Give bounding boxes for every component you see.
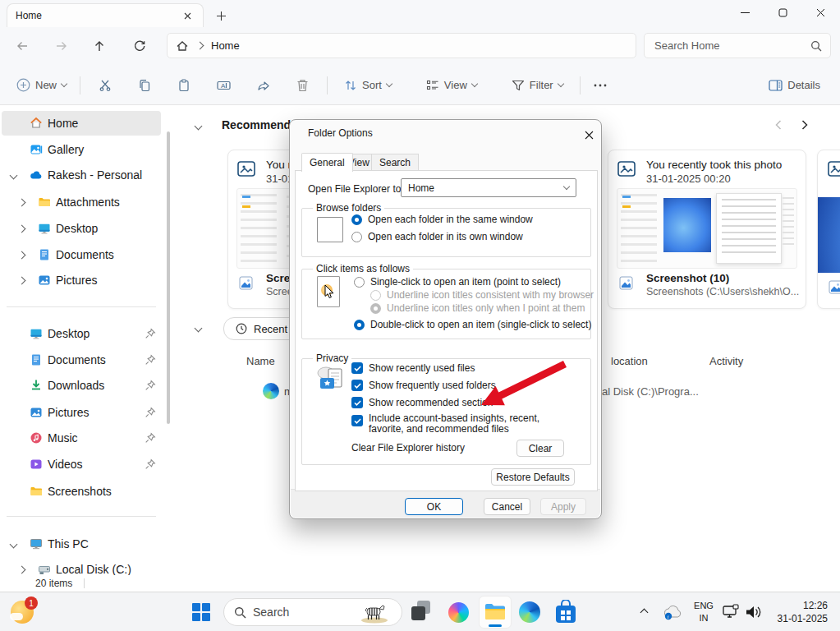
filter-button[interactable]: Filter <box>505 72 570 99</box>
cut-button[interactable] <box>92 72 118 99</box>
sidebar-item-music[interactable]: Music <box>0 426 164 450</box>
column-location[interactable]: location <box>611 355 648 367</box>
edge-button[interactable] <box>518 601 541 624</box>
close-button[interactable] <box>801 0 839 25</box>
chevron-right-icon[interactable] <box>18 277 26 285</box>
sidebar-item-pictures[interactable]: Pictures <box>0 400 164 425</box>
sort-button[interactable]: Sort <box>337 72 398 99</box>
sidebar-item-home[interactable]: Home <box>0 111 164 136</box>
photo-outline-icon <box>237 161 255 177</box>
sidebar-item-videos[interactable]: Videos <box>0 452 164 477</box>
chevron-right-icon[interactable] <box>18 251 26 260</box>
ok-button[interactable]: OK <box>405 498 463 515</box>
explorer-tab[interactable]: Home <box>7 3 204 27</box>
tab-general[interactable]: General <box>301 153 353 172</box>
sidebar-item-onedrive[interactable]: Rakesh - Personal <box>0 163 164 187</box>
carousel-next-icon[interactable] <box>800 119 810 131</box>
clock[interactable]: 12:26 31-01-2025 <box>767 599 828 625</box>
sidebar-item-documents-od[interactable]: Documents <box>0 242 164 267</box>
sidebar-item-this-pc[interactable]: This PC <box>0 532 164 556</box>
search-box[interactable] <box>644 33 831 58</box>
checkbox-checked-icon[interactable] <box>351 415 363 426</box>
network-tray-icon[interactable] <box>721 603 741 621</box>
file-explorer-button[interactable] <box>479 596 512 629</box>
column-activity[interactable]: Activity <box>709 355 743 367</box>
radio-icon[interactable] <box>351 232 362 242</box>
radio-own-window[interactable]: Open each folder in its own window <box>351 231 523 242</box>
radio-selected-icon[interactable] <box>354 320 365 330</box>
recent-collapse-icon[interactable] <box>195 325 203 333</box>
music-icon <box>30 431 43 444</box>
checkbox-frequently-used[interactable]: Show frequently used folders <box>351 380 496 391</box>
up-button[interactable] <box>87 34 112 58</box>
chevron-right-icon[interactable] <box>18 225 26 233</box>
tab-search[interactable]: Search <box>371 154 419 171</box>
new-button[interactable]: New <box>10 72 73 99</box>
radio-same-window[interactable]: Open each folder in the same window <box>351 214 533 225</box>
onedrive-tray-icon[interactable]: i <box>662 603 685 621</box>
checkbox-checked-icon[interactable] <box>351 380 363 391</box>
minimize-button[interactable] <box>726 0 764 25</box>
maximize-button[interactable] <box>764 0 801 25</box>
forward-button[interactable] <box>49 34 74 58</box>
recommended-collapse-icon[interactable] <box>195 122 203 131</box>
carousel-prev-icon[interactable] <box>773 119 783 131</box>
start-button[interactable] <box>189 600 213 624</box>
clear-button[interactable]: Clear <box>516 440 564 457</box>
breadcrumb[interactable]: Home <box>211 39 240 52</box>
delete-button[interactable] <box>290 72 315 99</box>
checkbox-account-insights[interactable]: Include account-based insights, recent, … <box>351 413 577 435</box>
checkbox-show-recommended[interactable]: Show recommended section <box>351 397 493 408</box>
view-button[interactable]: View <box>420 72 484 99</box>
sidebar-item-pictures-od[interactable]: Pictures <box>0 268 164 292</box>
radio-icon[interactable] <box>354 277 365 288</box>
sidebar-item-documents[interactable]: Documents <box>0 348 164 372</box>
taskbar-search[interactable]: Search <box>223 598 402 626</box>
back-button[interactable] <box>10 34 34 58</box>
widgets-weather-icon[interactable]: 1 <box>7 596 38 628</box>
chevron-down-icon[interactable] <box>10 172 18 180</box>
chevron-right-icon[interactable] <box>18 566 26 574</box>
copilot-button[interactable] <box>447 601 470 624</box>
copy-button[interactable] <box>131 72 158 99</box>
sidebar-item-gallery[interactable]: Gallery <box>0 137 164 162</box>
rename-button[interactable]: A <box>210 72 237 99</box>
restore-defaults-button[interactable]: Restore Defaults <box>491 468 575 486</box>
sidebar-item-downloads[interactable]: Downloads <box>0 373 164 398</box>
sidebar-item-attachments[interactable]: Attachments <box>0 190 164 214</box>
details-button[interactable]: Details <box>762 72 827 99</box>
volume-tray-icon[interactable] <box>744 603 764 621</box>
share-button[interactable] <box>250 72 277 99</box>
task-view-button[interactable] <box>410 601 434 624</box>
sidebar-item-screenshots[interactable]: Screenshots <box>0 479 164 504</box>
chevron-right-icon[interactable] <box>18 199 26 207</box>
more-options-button[interactable] <box>587 72 613 99</box>
sidebar-item-local-disk-c[interactable]: Local Disk (C:) <box>0 557 164 575</box>
chevron-down-icon[interactable] <box>10 541 18 549</box>
radio-single-click[interactable]: Single-click to open an item (point to s… <box>354 276 561 288</box>
dialog-close-icon[interactable] <box>579 125 599 145</box>
sidebar-item-desktop-od[interactable]: Desktop <box>0 216 164 241</box>
checkbox-recently-used[interactable]: Show recently used files <box>351 362 475 374</box>
language-indicator[interactable]: ENG IN <box>690 600 718 624</box>
address-bar[interactable]: Home <box>167 33 636 58</box>
cancel-button[interactable]: Cancel <box>484 498 530 515</box>
filter-icon <box>512 79 525 92</box>
microsoft-store-button[interactable] <box>553 599 578 625</box>
apply-button[interactable]: Apply <box>540 498 586 515</box>
checkbox-checked-icon[interactable] <box>351 362 363 374</box>
open-to-dropdown[interactable]: Home <box>401 178 576 197</box>
column-name[interactable]: Name <box>246 355 275 367</box>
new-tab-button[interactable] <box>212 7 230 25</box>
radio-selected-icon[interactable] <box>351 214 362 225</box>
checkbox-checked-icon[interactable] <box>351 397 363 408</box>
recommended-card[interactable]: You recently took this photo 31-01-2025 … <box>608 150 806 309</box>
sidebar-item-desktop[interactable]: Desktop <box>0 321 164 346</box>
recommended-card-partial[interactable] <box>817 150 840 309</box>
search-input[interactable] <box>653 39 810 53</box>
refresh-button[interactable] <box>127 34 152 58</box>
paste-button[interactable] <box>171 72 197 99</box>
tab-close-icon[interactable] <box>180 8 195 23</box>
tray-overflow-chevron-icon[interactable] <box>640 609 649 617</box>
radio-double-click[interactable]: Double-click to open an item (single-cli… <box>354 319 591 330</box>
